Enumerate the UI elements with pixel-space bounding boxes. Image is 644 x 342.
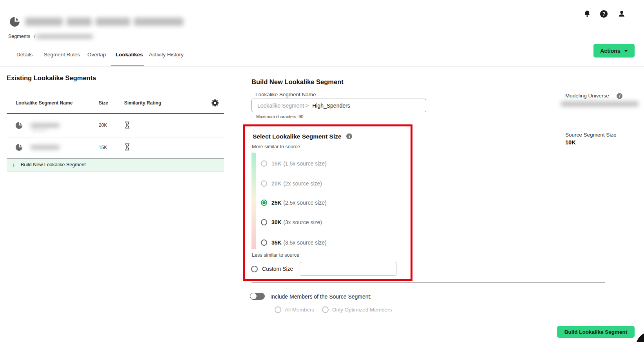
build-lookalike-segment-button[interactable]: Build Lookalike Segment bbox=[557, 326, 635, 338]
segment-pie-icon bbox=[15, 144, 23, 151]
existing-segments-title: Existing Lookalike Segments bbox=[7, 74, 96, 82]
size-option-35k[interactable]: 35K (3.5x source size) bbox=[261, 238, 327, 247]
include-members-toggle[interactable] bbox=[250, 293, 265, 300]
build-panel-title: Build New Lookalike Segment bbox=[251, 78, 344, 86]
custom-size-option[interactable]: Custom Size bbox=[251, 265, 293, 273]
radio-selected-icon[interactable] bbox=[261, 200, 267, 206]
table-settings-gear-icon[interactable] bbox=[211, 99, 219, 107]
redacted-segment-name bbox=[31, 123, 60, 128]
segment-name-input[interactable]: Lookalike Segment > High_Spenders bbox=[251, 99, 426, 112]
custom-size-label: Custom Size bbox=[262, 266, 293, 272]
similarity-gradient-bar bbox=[251, 153, 256, 249]
svg-text:?: ? bbox=[602, 11, 605, 17]
size-option-note: (1.5x source size) bbox=[283, 160, 326, 167]
size-section-title: Select Lookalike Segment Size bbox=[253, 133, 342, 140]
hourglass-pending-icon bbox=[125, 121, 130, 130]
modeling-universe-label: Modeling Universe bbox=[565, 93, 609, 99]
build-new-lookalike-row[interactable]: + Build New Lookalike Segment bbox=[7, 158, 224, 171]
table-row[interactable]: 15K bbox=[7, 137, 224, 158]
column-header-name: Lookalike Segment Name bbox=[16, 100, 72, 106]
size-option-note: (2x source size) bbox=[283, 180, 322, 187]
segment-size-cell: 15K bbox=[99, 145, 107, 150]
segment-pie-icon bbox=[15, 122, 23, 129]
breadcrumb-separator: / bbox=[34, 34, 35, 39]
size-option-15k: 15K (1.5x source size) bbox=[261, 159, 327, 168]
radio-icon[interactable] bbox=[251, 266, 258, 272]
source-segment-size-value: 10K bbox=[565, 139, 576, 146]
redacted-modeling-universe-value bbox=[561, 101, 639, 106]
segment-name-label: Lookalike Segment Name bbox=[255, 92, 316, 97]
all-members-label: All Members bbox=[285, 307, 314, 313]
breadcrumb-root[interactable]: Segments bbox=[8, 34, 30, 39]
tab-activity-history[interactable]: Activity History bbox=[149, 52, 184, 58]
section-divider bbox=[251, 283, 605, 283]
help-icon[interactable]: ? bbox=[600, 10, 608, 18]
plus-icon: + bbox=[12, 162, 16, 168]
user-account-icon[interactable] bbox=[618, 10, 626, 18]
pane-divider bbox=[234, 67, 234, 342]
radio-icon[interactable] bbox=[261, 219, 267, 225]
source-segment-size-label: Source Segment Size bbox=[565, 132, 617, 138]
hourglass-pending-icon bbox=[125, 142, 130, 151]
size-option-value: 25K bbox=[271, 200, 282, 206]
all-members-option: All Members bbox=[275, 305, 314, 314]
table-row[interactable]: 20K bbox=[7, 114, 224, 137]
segment-size-cell: 20K bbox=[99, 122, 107, 128]
segment-name-helper: Maximum characters: 90 bbox=[256, 114, 303, 119]
more-similar-label: More similar to source bbox=[252, 144, 300, 149]
radio-icon bbox=[275, 306, 281, 313]
redacted-page-title bbox=[25, 18, 183, 26]
notifications-bell-icon[interactable] bbox=[583, 10, 591, 18]
segment-name-value: High_Spenders bbox=[312, 103, 350, 109]
size-section-info-icon[interactable]: i bbox=[346, 133, 352, 139]
modeling-universe-info-icon[interactable]: i bbox=[617, 93, 622, 99]
app-logo-pie-icon bbox=[9, 16, 20, 27]
active-tab-underline bbox=[111, 65, 144, 66]
only-optimized-members-option: Only Optimized Members bbox=[322, 305, 392, 314]
column-header-similarity: Similarity Rating bbox=[124, 100, 161, 106]
tabbar-divider bbox=[0, 66, 644, 67]
size-option-note: (2.5x source size) bbox=[283, 200, 326, 206]
breadcrumb: Segments / bbox=[8, 34, 38, 39]
redacted-segment-name bbox=[31, 145, 60, 149]
size-option-20k: 20K (2x source size) bbox=[261, 179, 322, 188]
size-option-value: 15K bbox=[271, 160, 282, 167]
size-option-value: 35K bbox=[271, 239, 282, 246]
redacted-segment-subtext bbox=[31, 129, 47, 131]
size-option-note: (3.5x source size) bbox=[283, 239, 326, 246]
radio-icon bbox=[261, 180, 267, 187]
actions-button-label: Actions bbox=[600, 48, 620, 54]
caret-down-icon bbox=[624, 50, 628, 52]
size-option-note: (3x source size) bbox=[283, 219, 322, 225]
radio-icon[interactable] bbox=[261, 239, 267, 246]
tab-details[interactable]: Details bbox=[16, 52, 33, 58]
less-similar-label: Less similar to source bbox=[252, 252, 299, 258]
build-new-row-label: Build New Lookalike Segment bbox=[21, 162, 86, 167]
lookalike-segments-page: Segments / ? Details Segment Rules Overl… bbox=[0, 0, 644, 342]
column-header-size: Size bbox=[99, 100, 108, 106]
custom-size-input-field[interactable] bbox=[300, 262, 396, 275]
redacted-breadcrumb-item bbox=[36, 34, 93, 39]
size-option-value: 20K bbox=[271, 180, 282, 187]
custom-size-input[interactable] bbox=[300, 262, 396, 276]
toggle-knob bbox=[250, 293, 257, 299]
size-option-30k[interactable]: 30K (3x source size) bbox=[261, 218, 322, 227]
radio-icon bbox=[261, 160, 267, 167]
radio-icon bbox=[322, 306, 329, 313]
chat-widget-button[interactable] bbox=[636, 332, 644, 342]
size-option-value: 30K bbox=[271, 219, 282, 225]
size-option-25k-selected[interactable]: 25K (2.5x source size) bbox=[261, 198, 327, 207]
actions-button[interactable]: Actions bbox=[593, 44, 635, 58]
only-optimized-members-label: Only Optimized Members bbox=[332, 307, 392, 313]
include-members-label: Include Members of the Source Segment: bbox=[270, 293, 371, 300]
segment-name-prefix: Lookalike Segment > bbox=[257, 103, 309, 109]
tab-overlap[interactable]: Overlap bbox=[87, 52, 106, 58]
tab-segment-rules[interactable]: Segment Rules bbox=[44, 52, 80, 58]
tab-lookalikes[interactable]: Lookalikes bbox=[116, 52, 143, 58]
